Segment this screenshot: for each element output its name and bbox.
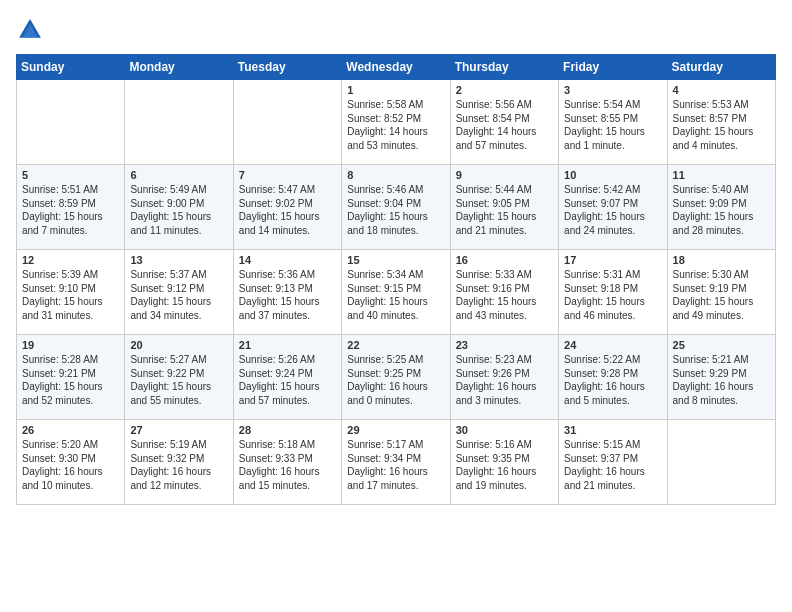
calendar-cell: 6Sunrise: 5:49 AM Sunset: 9:00 PM Daylig… [125, 165, 233, 250]
calendar-cell: 16Sunrise: 5:33 AM Sunset: 9:16 PM Dayli… [450, 250, 558, 335]
day-info: Sunrise: 5:26 AM Sunset: 9:24 PM Dayligh… [239, 353, 336, 407]
day-info: Sunrise: 5:22 AM Sunset: 9:28 PM Dayligh… [564, 353, 661, 407]
day-number: 16 [456, 254, 553, 266]
day-number: 19 [22, 339, 119, 351]
calendar-cell: 30Sunrise: 5:16 AM Sunset: 9:35 PM Dayli… [450, 420, 558, 505]
day-number: 11 [673, 169, 770, 181]
day-info: Sunrise: 5:58 AM Sunset: 8:52 PM Dayligh… [347, 98, 444, 152]
day-info: Sunrise: 5:15 AM Sunset: 9:37 PM Dayligh… [564, 438, 661, 492]
day-info: Sunrise: 5:34 AM Sunset: 9:15 PM Dayligh… [347, 268, 444, 322]
day-number: 23 [456, 339, 553, 351]
calendar-cell: 13Sunrise: 5:37 AM Sunset: 9:12 PM Dayli… [125, 250, 233, 335]
calendar-cell: 5Sunrise: 5:51 AM Sunset: 8:59 PM Daylig… [17, 165, 125, 250]
day-info: Sunrise: 5:33 AM Sunset: 9:16 PM Dayligh… [456, 268, 553, 322]
calendar-cell: 27Sunrise: 5:19 AM Sunset: 9:32 PM Dayli… [125, 420, 233, 505]
calendar-cell: 20Sunrise: 5:27 AM Sunset: 9:22 PM Dayli… [125, 335, 233, 420]
calendar-cell: 17Sunrise: 5:31 AM Sunset: 9:18 PM Dayli… [559, 250, 667, 335]
calendar-week-4: 19Sunrise: 5:28 AM Sunset: 9:21 PM Dayli… [17, 335, 776, 420]
day-number: 5 [22, 169, 119, 181]
day-number: 17 [564, 254, 661, 266]
calendar-cell: 2Sunrise: 5:56 AM Sunset: 8:54 PM Daylig… [450, 80, 558, 165]
day-number: 4 [673, 84, 770, 96]
day-info: Sunrise: 5:37 AM Sunset: 9:12 PM Dayligh… [130, 268, 227, 322]
day-info: Sunrise: 5:49 AM Sunset: 9:00 PM Dayligh… [130, 183, 227, 237]
day-info: Sunrise: 5:42 AM Sunset: 9:07 PM Dayligh… [564, 183, 661, 237]
day-info: Sunrise: 5:46 AM Sunset: 9:04 PM Dayligh… [347, 183, 444, 237]
calendar-cell: 9Sunrise: 5:44 AM Sunset: 9:05 PM Daylig… [450, 165, 558, 250]
day-info: Sunrise: 5:16 AM Sunset: 9:35 PM Dayligh… [456, 438, 553, 492]
day-number: 13 [130, 254, 227, 266]
calendar-week-5: 26Sunrise: 5:20 AM Sunset: 9:30 PM Dayli… [17, 420, 776, 505]
day-number: 26 [22, 424, 119, 436]
day-number: 24 [564, 339, 661, 351]
page-header [16, 16, 776, 44]
day-number: 10 [564, 169, 661, 181]
calendar-cell: 11Sunrise: 5:40 AM Sunset: 9:09 PM Dayli… [667, 165, 775, 250]
calendar-header-row: SundayMondayTuesdayWednesdayThursdayFrid… [17, 55, 776, 80]
calendar-cell: 31Sunrise: 5:15 AM Sunset: 9:37 PM Dayli… [559, 420, 667, 505]
day-number: 29 [347, 424, 444, 436]
calendar-cell: 4Sunrise: 5:53 AM Sunset: 8:57 PM Daylig… [667, 80, 775, 165]
calendar-cell: 26Sunrise: 5:20 AM Sunset: 9:30 PM Dayli… [17, 420, 125, 505]
day-number: 8 [347, 169, 444, 181]
calendar-cell: 23Sunrise: 5:23 AM Sunset: 9:26 PM Dayli… [450, 335, 558, 420]
calendar-cell [233, 80, 341, 165]
day-info: Sunrise: 5:27 AM Sunset: 9:22 PM Dayligh… [130, 353, 227, 407]
day-info: Sunrise: 5:21 AM Sunset: 9:29 PM Dayligh… [673, 353, 770, 407]
day-info: Sunrise: 5:31 AM Sunset: 9:18 PM Dayligh… [564, 268, 661, 322]
calendar-week-2: 5Sunrise: 5:51 AM Sunset: 8:59 PM Daylig… [17, 165, 776, 250]
day-info: Sunrise: 5:56 AM Sunset: 8:54 PM Dayligh… [456, 98, 553, 152]
day-number: 15 [347, 254, 444, 266]
calendar-cell [125, 80, 233, 165]
calendar-cell: 18Sunrise: 5:30 AM Sunset: 9:19 PM Dayli… [667, 250, 775, 335]
day-header-saturday: Saturday [667, 55, 775, 80]
calendar-cell: 25Sunrise: 5:21 AM Sunset: 9:29 PM Dayli… [667, 335, 775, 420]
day-number: 3 [564, 84, 661, 96]
day-info: Sunrise: 5:17 AM Sunset: 9:34 PM Dayligh… [347, 438, 444, 492]
day-number: 18 [673, 254, 770, 266]
day-header-tuesday: Tuesday [233, 55, 341, 80]
day-number: 22 [347, 339, 444, 351]
day-info: Sunrise: 5:54 AM Sunset: 8:55 PM Dayligh… [564, 98, 661, 152]
day-header-sunday: Sunday [17, 55, 125, 80]
day-info: Sunrise: 5:28 AM Sunset: 9:21 PM Dayligh… [22, 353, 119, 407]
calendar-cell: 1Sunrise: 5:58 AM Sunset: 8:52 PM Daylig… [342, 80, 450, 165]
day-number: 7 [239, 169, 336, 181]
day-number: 9 [456, 169, 553, 181]
day-number: 27 [130, 424, 227, 436]
day-info: Sunrise: 5:18 AM Sunset: 9:33 PM Dayligh… [239, 438, 336, 492]
calendar-cell: 21Sunrise: 5:26 AM Sunset: 9:24 PM Dayli… [233, 335, 341, 420]
day-number: 31 [564, 424, 661, 436]
calendar-cell: 19Sunrise: 5:28 AM Sunset: 9:21 PM Dayli… [17, 335, 125, 420]
calendar-cell: 14Sunrise: 5:36 AM Sunset: 9:13 PM Dayli… [233, 250, 341, 335]
day-info: Sunrise: 5:20 AM Sunset: 9:30 PM Dayligh… [22, 438, 119, 492]
day-number: 1 [347, 84, 444, 96]
calendar-week-3: 12Sunrise: 5:39 AM Sunset: 9:10 PM Dayli… [17, 250, 776, 335]
day-number: 14 [239, 254, 336, 266]
day-info: Sunrise: 5:44 AM Sunset: 9:05 PM Dayligh… [456, 183, 553, 237]
calendar-cell: 7Sunrise: 5:47 AM Sunset: 9:02 PM Daylig… [233, 165, 341, 250]
calendar-cell: 24Sunrise: 5:22 AM Sunset: 9:28 PM Dayli… [559, 335, 667, 420]
day-header-wednesday: Wednesday [342, 55, 450, 80]
calendar-cell: 28Sunrise: 5:18 AM Sunset: 9:33 PM Dayli… [233, 420, 341, 505]
day-number: 2 [456, 84, 553, 96]
calendar-cell: 3Sunrise: 5:54 AM Sunset: 8:55 PM Daylig… [559, 80, 667, 165]
day-info: Sunrise: 5:25 AM Sunset: 9:25 PM Dayligh… [347, 353, 444, 407]
day-info: Sunrise: 5:51 AM Sunset: 8:59 PM Dayligh… [22, 183, 119, 237]
day-header-monday: Monday [125, 55, 233, 80]
day-info: Sunrise: 5:23 AM Sunset: 9:26 PM Dayligh… [456, 353, 553, 407]
calendar-cell [17, 80, 125, 165]
calendar-cell: 29Sunrise: 5:17 AM Sunset: 9:34 PM Dayli… [342, 420, 450, 505]
day-header-friday: Friday [559, 55, 667, 80]
day-number: 25 [673, 339, 770, 351]
calendar-cell: 12Sunrise: 5:39 AM Sunset: 9:10 PM Dayli… [17, 250, 125, 335]
calendar-week-1: 1Sunrise: 5:58 AM Sunset: 8:52 PM Daylig… [17, 80, 776, 165]
day-number: 12 [22, 254, 119, 266]
day-number: 20 [130, 339, 227, 351]
day-number: 21 [239, 339, 336, 351]
day-number: 6 [130, 169, 227, 181]
day-info: Sunrise: 5:30 AM Sunset: 9:19 PM Dayligh… [673, 268, 770, 322]
day-number: 28 [239, 424, 336, 436]
calendar-cell: 8Sunrise: 5:46 AM Sunset: 9:04 PM Daylig… [342, 165, 450, 250]
day-info: Sunrise: 5:47 AM Sunset: 9:02 PM Dayligh… [239, 183, 336, 237]
